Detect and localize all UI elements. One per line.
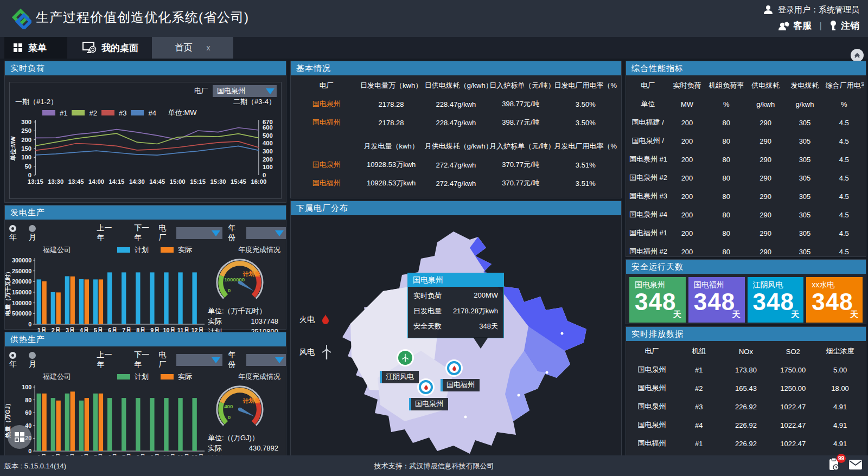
table-header-cell: 烟尘浓度 [816,342,864,361]
table-cell: 80 [707,187,746,205]
service-button[interactable]: 客服 [778,20,812,32]
prev-year-button[interactable]: 上一年 [97,350,116,370]
legend-swatch-2 [72,110,85,115]
dropdown-arrow-icon [275,230,284,236]
message-button[interactable] [848,459,863,472]
table-row: 国电福州 #1200802903054.5 [628,224,864,242]
svg-text:100000: 100000 [12,300,31,306]
svg-text:100: 100 [22,384,31,390]
logout-button[interactable]: 注销 [829,20,859,32]
radio-month[interactable]: 月 [29,351,43,369]
data-table: 电厂机组NOxSO2烟尘浓度国电泉州#1173.801750.005.00国电泉… [628,342,864,471]
safety-card-unit: 天 [850,310,858,320]
table-cell: 305 [785,224,824,242]
radio-year[interactable]: 年 [9,224,23,242]
radio-year[interactable]: 年 [9,351,23,369]
table-cell: 3.50% [553,95,618,113]
svg-text:14:30: 14:30 [129,178,145,185]
map-tooltip: 国电泉州 实时负荷200MW 日发电量2178.28万kwh 安全天数348天 [407,273,504,338]
table-cell: 国电福州 #2 [628,242,667,261]
safety-card: 国电福州348天 [688,277,745,323]
map-marker-fuzhou[interactable] [445,359,463,377]
table-cell: #4 [675,416,723,434]
table-cell: 国电福州 [628,434,675,453]
svg-text:15:45: 15:45 [231,178,246,185]
table-cell: 370.77元/吨 [488,174,553,192]
table-cell: 200 [667,132,706,150]
table-header-cell: 供电煤耗 [746,76,785,95]
menu-button[interactable]: 菜单 [4,37,67,59]
svg-text:150000: 150000 [12,289,31,295]
table-cell: 国电泉州 [628,416,675,434]
table-cell: 国电泉州 #1 [628,150,667,169]
table-header-cell: SO2 [769,342,816,361]
svg-text:15:30: 15:30 [210,178,226,185]
tab-home[interactable]: 首页 x [152,37,233,59]
table-cell: 4.5 [825,242,864,261]
safety-cards: 国电泉州348天国电福州348天江阴风电348天xx水电348天 [626,274,866,326]
footer-bar: 版本 : 5.15.0.14(14) 技术支持：武汉博晟信息科技有限公司 99 [0,455,868,476]
map-label-fuzhou[interactable]: 国电福州 [441,379,480,391]
svg-text:单位:MW: 单位:MW [10,136,16,161]
login-user-label: 登录用户：系统管理员 [778,5,859,15]
table-cell: 200 [667,113,706,132]
map-label-quanzhou[interactable]: 国电泉州 [409,398,448,410]
performance-table: 电厂实时负荷机组负荷率供电煤耗发电煤耗综合厂用电率单位MW%g/kwhg/kwh… [626,75,866,280]
prev-year-button[interactable]: 上一年 [97,223,116,243]
map-legend-wind: 风电 [299,344,333,361]
next-year-button[interactable]: 下一年 [134,223,153,243]
table-cell: 4.5 [825,205,864,224]
tab-close-icon[interactable]: x [207,43,210,52]
radio-month[interactable]: 月 [29,224,43,242]
panel-emission-title: 实时排放数据 [626,327,866,341]
svg-text:14:00: 14:00 [88,178,104,185]
table-cell: 1022.47 [769,416,816,434]
task-notification-button[interactable]: 99 [828,458,841,473]
table-row: 国电泉州#4226.921022.474.91 [628,416,864,434]
table-header-cell: 综合厂用电率 [825,76,864,95]
svg-text:15:00: 15:00 [170,178,186,185]
table-cell: 3.51% [553,156,618,174]
svg-text:200: 200 [263,156,273,163]
table-cell: 173.80 [723,361,770,379]
heat-gauge: 4000计划量 [208,382,272,432]
plant-select[interactable]: 国电泉州 [213,85,277,97]
data-table: 月发电量（kwh）月供电煤耗（g/kwh）月入炉标单（元/吨）月发电厂用电率（%… [294,137,618,192]
next-year-button[interactable]: 下一年 [134,350,153,370]
table-header-cell: 日入炉标单（元/吨） [488,76,553,95]
table-units-cell: 单位 [628,95,667,113]
table-cell: 3.51% [553,174,618,192]
heat-year-select[interactable] [246,354,286,366]
notification-badge: 99 [837,454,846,463]
svg-text:60: 60 [25,409,31,416]
svg-text:15:15: 15:15 [190,178,206,185]
svg-text:0: 0 [228,287,231,293]
table-cell: 228.47g/kwh [424,113,488,132]
bar-legend: 计划 实际 [117,245,192,255]
table-cell: 4.5 [825,169,864,187]
generation-year-select[interactable] [246,227,286,239]
quick-menu-button[interactable] [8,425,31,449]
grid-icon [14,432,25,442]
safety-card-unit: 天 [673,310,681,320]
table-row: 国电福州 #2200802903054.5 [628,242,864,261]
svg-text:670: 670 [263,119,273,125]
year-select-label: 年份 [228,223,240,243]
collapse-chevron-button[interactable] [851,49,864,62]
svg-text:13:15: 13:15 [28,178,43,185]
table-cell: 290 [746,169,785,187]
map-marker-quanzhou[interactable] [417,378,435,396]
map-marker-jiangyin-wind[interactable] [397,349,414,366]
app-window: 生产过程价值创造优化系统(省公司) 登录用户：系统管理员 客服 | 注销 [0,0,868,476]
table-units-cell: % [825,95,864,113]
panel-performance: 综合性能指标 电厂实时负荷机组负荷率供电煤耗发电煤耗综合厂用电率单位MW%g/k… [626,61,866,257]
table-cell: 10928.53万kwh [359,174,423,192]
safety-card-unit: 天 [732,310,741,320]
key-icon [829,21,837,31]
legend-swatch-4 [131,110,144,115]
my-desktop-button[interactable]: 我的桌面 [76,37,145,59]
map-label-jiangyin[interactable]: 江阴风电 [380,371,419,383]
generation-plant-select[interactable] [176,227,222,239]
heat-plant-select[interactable] [176,354,222,366]
panel-performance-title: 综合性能指标 [626,61,866,75]
